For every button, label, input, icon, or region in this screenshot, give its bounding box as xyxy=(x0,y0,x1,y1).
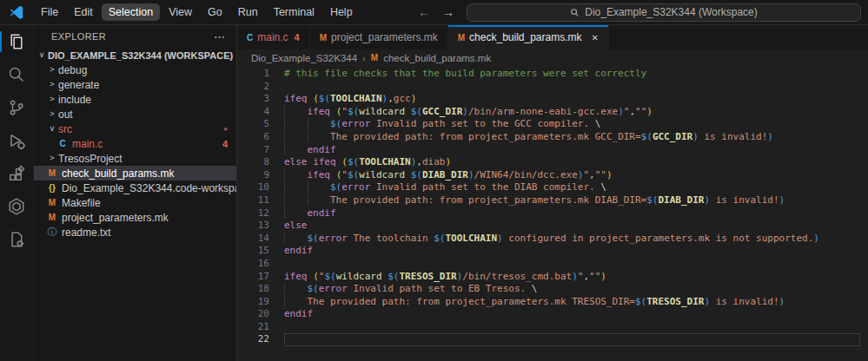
title-bar: FileEditSelectionViewGoRunTerminalHelp ←… xyxy=(0,0,868,25)
file-tree: ∨DIO_EXAMPLE_S32K344 (WORKSPACE)>debug>g… xyxy=(34,48,236,361)
menu-go[interactable]: Go xyxy=(201,3,229,21)
tree-file-main-c[interactable]: Cmain.c4 xyxy=(34,136,236,151)
back-arrow-icon[interactable]: ← xyxy=(418,5,430,19)
tree-folder-include[interactable]: >include xyxy=(34,92,236,107)
code-line-14[interactable]: 14 $(error The toolchain $(TOOLCHAIN) co… xyxy=(237,233,868,246)
more-actions-icon[interactable]: ⋯ xyxy=(214,30,226,43)
activity-bar-extensions[interactable] xyxy=(0,157,33,190)
tree-file-project-parameters-mk[interactable]: Mproject_parameters.mk xyxy=(34,210,236,225)
tree-item-label: generate xyxy=(58,79,99,91)
line-content: ifeq ("$(wildcard $(GCC_DIR)/bin/arm-non… xyxy=(284,106,860,119)
explorer-title: EXPLORER xyxy=(51,31,106,42)
package-hexagon-icon xyxy=(7,197,26,216)
code-line-7[interactable]: 7 endif xyxy=(237,144,868,157)
command-center-search[interactable]: Dio_Example_S32K344 (Workspace) xyxy=(467,3,861,22)
code-line-13[interactable]: 13else xyxy=(237,220,868,233)
line-number: 5 xyxy=(237,118,269,131)
line-content: endif xyxy=(284,308,860,321)
activity-bar-config-file[interactable] xyxy=(0,223,33,256)
tab-check-build-params-mk[interactable]: Mcheck_build_params.mk✕ xyxy=(448,25,609,49)
tree-file-dio-example-s32k344-code-workspace[interactable]: {}Dio_Example_S32K344.code-workspace xyxy=(34,180,236,195)
tab-label: project_parameters.mk xyxy=(331,31,438,43)
menu-run[interactable]: Run xyxy=(231,3,265,21)
tree-folder-out[interactable]: >out xyxy=(34,107,236,121)
line-number: 15 xyxy=(237,245,269,258)
code-line-1[interactable]: 1# this file checks that the build param… xyxy=(237,68,868,81)
sidebar-header: EXPLORER ⋯ xyxy=(34,25,236,48)
makefile-icon: M xyxy=(371,53,378,62)
explorer-icon xyxy=(7,32,26,51)
c-file-icon: C xyxy=(56,139,69,148)
code-line-18[interactable]: 18 $(error Invalid path set to EB Tresos… xyxy=(237,283,868,296)
code-line-2[interactable]: 2 xyxy=(237,81,868,94)
code-line-12[interactable]: 12 endif xyxy=(237,207,868,220)
history-nav: ← → xyxy=(418,5,454,19)
code-line-17[interactable]: 17ifeq ("$(wildcard $(TRESOS_DIR)/bin/tr… xyxy=(237,271,868,284)
menu-selection[interactable]: Selection xyxy=(102,3,160,21)
tab-project-parameters-mk[interactable]: Mproject_parameters.mk xyxy=(310,25,448,49)
code-line-5[interactable]: 5 $(error Invalid path set to the GCC co… xyxy=(237,118,868,131)
line-number: 21 xyxy=(237,321,269,334)
code-line-6[interactable]: 6 The provided path: from project_parame… xyxy=(237,131,868,144)
code-line-9[interactable]: 9 ifeq ("$(wildcard $(DIAB_DIR)/WIN64/bi… xyxy=(237,169,868,182)
code-line-21[interactable]: 21 xyxy=(237,321,868,334)
chevron-right-icon: > xyxy=(46,151,58,166)
code-line-11[interactable]: 11 The provided path: from project_param… xyxy=(237,194,868,207)
tree-folder-src[interactable]: ∨src● xyxy=(34,121,236,136)
tab-label: main.c xyxy=(257,31,288,43)
run-debug-icon xyxy=(7,131,26,150)
activity-bar-package-hexagon[interactable] xyxy=(0,190,33,223)
menu-view[interactable]: View xyxy=(162,3,199,21)
code-line-20[interactable]: 20endif xyxy=(237,308,868,321)
line-number: 9 xyxy=(237,169,269,182)
chevron-right-icon: > xyxy=(46,77,58,92)
tree-folder-debug[interactable]: >debug xyxy=(34,62,236,77)
activity-bar-run-debug[interactable] xyxy=(0,124,33,157)
line-content: $(error The toolchain $(TOOLCHAIN) confi… xyxy=(284,233,860,246)
code-line-19[interactable]: 19 The provided path: from project_param… xyxy=(237,296,868,309)
activity-bar xyxy=(0,25,34,361)
tree-file-readme-txt[interactable]: ⓘreadme.txt xyxy=(34,225,236,240)
config-file-icon xyxy=(7,230,26,249)
menu-terminal[interactable]: Terminal xyxy=(267,3,321,21)
line-content: ifeq ("$(wildcard $(DIAB_DIR)/WIN64/bin/… xyxy=(284,169,860,182)
line-content: endif xyxy=(284,144,860,157)
editor-group: Cmain.c4Mproject_parameters.mkMcheck_bui… xyxy=(237,25,868,361)
tree-folder-generate[interactable]: >generate xyxy=(34,77,236,92)
chevron-right-icon: > xyxy=(46,107,58,121)
forward-arrow-icon[interactable]: → xyxy=(442,5,454,19)
tree-file-makefile[interactable]: MMakefile xyxy=(34,195,236,210)
activity-bar-explorer[interactable] xyxy=(0,25,33,58)
tab-main-c[interactable]: Cmain.c4 xyxy=(237,25,310,49)
tree-file-check-build-params-mk[interactable]: Mcheck_build_params.mk xyxy=(34,166,236,180)
code-line-3[interactable]: 3ifeq ($(TOOLCHAIN),gcc) xyxy=(237,93,868,106)
menu-file[interactable]: File xyxy=(34,3,65,21)
menu-help[interactable]: Help xyxy=(323,3,360,21)
code-line-8[interactable]: 8else ifeq ($(TOOLCHAIN),diab) xyxy=(237,156,868,169)
c-file-icon: C xyxy=(247,33,253,43)
line-number: 11 xyxy=(237,194,269,207)
line-number: 8 xyxy=(237,156,269,169)
line-content: endif xyxy=(284,245,860,258)
extensions-icon xyxy=(7,164,26,183)
code-line-15[interactable]: 15endif xyxy=(237,245,868,258)
code-line-16[interactable]: 16 xyxy=(237,258,868,271)
activity-bar-search[interactable] xyxy=(0,58,33,91)
line-number: 7 xyxy=(237,144,269,157)
code-line-22[interactable]: 22 xyxy=(237,333,868,346)
close-icon[interactable]: ✕ xyxy=(592,33,599,43)
activity-bar-source-control[interactable] xyxy=(0,91,33,124)
breadcrumb-file[interactable]: check_build_params.mk xyxy=(383,53,491,63)
menu-edit[interactable]: Edit xyxy=(67,3,100,21)
json-file-icon: {} xyxy=(46,183,58,193)
search-icon xyxy=(570,8,580,17)
code-line-4[interactable]: 4 ifeq ("$(wildcard $(GCC_DIR)/bin/arm-n… xyxy=(237,106,868,119)
code-editor[interactable]: 1# this file checks that the build param… xyxy=(237,66,868,361)
line-content: The provided path: from project_paramete… xyxy=(284,131,860,144)
tree-folder-dio-example-s32k344-workspace[interactable]: ∨DIO_EXAMPLE_S32K344 (WORKSPACE) xyxy=(34,48,236,62)
tree-folder-tresosproject[interactable]: >TresosProject xyxy=(34,151,236,166)
breadcrumb[interactable]: Dio_Example_S32K344 › M check_build_para… xyxy=(237,49,868,66)
breadcrumb-separator-icon: › xyxy=(362,53,366,63)
breadcrumb-folder[interactable]: Dio_Example_S32K344 xyxy=(251,53,357,63)
code-line-10[interactable]: 10 $(error Invalid path set to the DIAB … xyxy=(237,181,868,194)
